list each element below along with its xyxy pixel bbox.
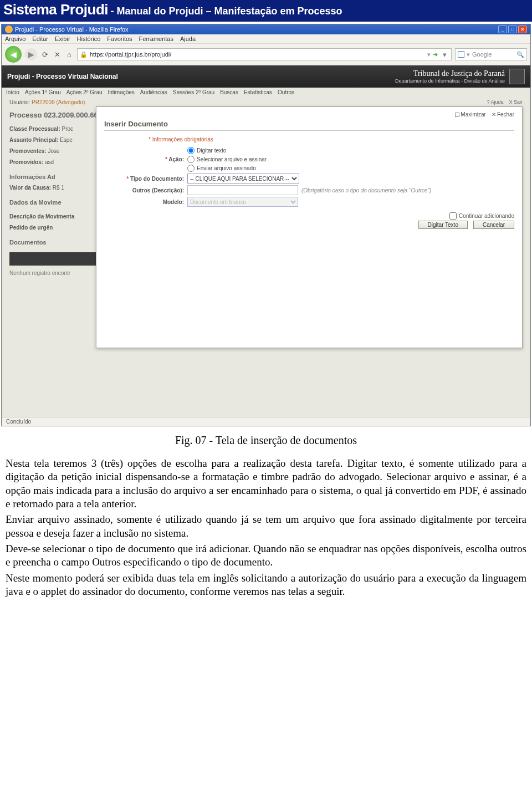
browser-search[interactable]: ▾ Google 🔍	[455, 48, 527, 60]
url-dropdown-icon[interactable]: ▾	[427, 51, 431, 58]
screenshot-container: Projudi - Processo Virtual - Mozilla Fir…	[1, 24, 531, 426]
classe-label: Classe Processual:	[9, 126, 60, 132]
menu-arquivo[interactable]: Arquivo	[5, 35, 25, 42]
search-go-icon[interactable]: 🔍	[516, 51, 524, 58]
modal-close-label: Fechar	[497, 111, 514, 118]
modal-maximize-label: Maximizar	[461, 111, 486, 118]
close-window-button[interactable]: ×	[518, 26, 527, 33]
doc-title-main: Sistema Projudi	[3, 1, 108, 18]
close-icon: ✕	[492, 111, 496, 118]
search-dd-icon[interactable]: ▾	[467, 51, 470, 58]
address-bar[interactable]: 🔒 https://portal.tjpr.jus.br/projudi/ ▾ …	[77, 48, 452, 60]
acao-radio-selecionar[interactable]	[187, 156, 195, 163]
nav-intimacoes[interactable]: Intimações	[108, 89, 135, 95]
app-org-block: Tribunal de Justiça do Paraná Departamen…	[395, 69, 525, 84]
acao-opt-selecionar-label: Selecionar arquivo e assinar	[197, 156, 267, 162]
menu-editar[interactable]: Editar	[32, 35, 48, 42]
cancelar-button[interactable]: Cancelar	[473, 221, 514, 229]
doc-title-sub: Manual do Projudi – Manifestação em Proc…	[116, 6, 342, 17]
acao-opt-digitar-label: Digitar texto	[197, 147, 226, 154]
forward-button[interactable]: ▶	[25, 48, 37, 60]
maximize-button[interactable]: □	[508, 26, 517, 33]
outros-note: (Obrigatório caso o tipo do documento se…	[301, 187, 431, 193]
body-text: Nesta tela teremos 3 (três) opções de es…	[0, 457, 532, 623]
acao-opt-selecionar[interactable]: Selecionar arquivo e assinar	[187, 156, 267, 163]
app-title: Projudi - Processo Virtual Nacional	[7, 73, 118, 80]
digitar-texto-button[interactable]: Digitar Texto	[418, 221, 468, 229]
menu-exibir[interactable]: Exibir	[55, 35, 70, 42]
url-extra-icon[interactable]: ▾	[440, 50, 449, 59]
google-icon	[458, 51, 464, 58]
outros-label: Outros (Descrição):	[132, 187, 184, 193]
modal-actions: Continuar adicionando	[104, 212, 514, 220]
firefox-titlebar: Projudi - Processo Virtual - Mozilla Fir…	[2, 24, 530, 34]
desc-mov-label: Descrição da Movimenta	[9, 213, 74, 220]
user-label: Usuário:	[9, 99, 30, 105]
acao-opt-enviar-label: Enviar arquivo assinado	[197, 165, 256, 171]
content-area: Processo 023.2009.000.666-1 Classe Proce…	[2, 106, 530, 417]
nav-acoes1[interactable]: Ações 1º Grau	[25, 89, 61, 95]
nav-acoes2[interactable]: Ações 2º Grau	[66, 89, 103, 95]
assunto-value: Espe	[60, 137, 73, 143]
outros-descricao-input[interactable]	[187, 185, 298, 195]
acao-radiogroup: Digitar texto Selecionar arquivo e assin…	[187, 147, 267, 172]
modelo-select: Documento em branco	[187, 197, 298, 207]
modal-close[interactable]: ✕Fechar	[492, 111, 514, 118]
exit-link[interactable]: X Sair	[509, 99, 523, 105]
promovidos-value: asd	[45, 159, 54, 165]
continuar-checkbox[interactable]	[449, 212, 457, 220]
insert-document-modal: Maximizar ✕Fechar Inserir Documento * In…	[96, 106, 523, 348]
reload-icon[interactable]: ⟳	[40, 50, 49, 59]
user-info-row: Usuário: PR22009 (Advogado) ? Ajuda X Sa…	[2, 97, 530, 106]
acao-radio-enviar[interactable]	[187, 165, 195, 172]
nav-audiencias[interactable]: Audiências	[140, 89, 167, 95]
app-header: Projudi - Processo Virtual Nacional Trib…	[2, 65, 530, 88]
menu-historico[interactable]: Histórico	[77, 35, 101, 42]
go-icon[interactable]: ➔	[433, 51, 438, 58]
doc-title-bar: Sistema Projudi - Manual do Projudi – Ma…	[0, 0, 532, 22]
body-p1: Nesta tela teremos 3 (três) opções de es…	[6, 457, 526, 511]
menu-ajuda[interactable]: Ajuda	[180, 35, 196, 42]
menu-ferramentas[interactable]: Ferramentas	[139, 35, 173, 42]
continuar-label: Continuar adicionando	[459, 213, 514, 219]
app-org-name: Tribunal de Justiça do Paraná	[395, 69, 505, 78]
firefox-icon	[5, 26, 13, 33]
classe-value: Proc	[62, 126, 74, 132]
modal-top-actions: Maximizar ✕Fechar	[104, 111, 514, 118]
nav-buscas[interactable]: Buscas	[220, 89, 238, 95]
app-org-dept: Departamento de Informática - Divisão de…	[395, 78, 505, 84]
modal-title: Inserir Documento	[104, 120, 514, 131]
url-text: https://portal.tjpr.jus.br/projudi/	[90, 51, 171, 58]
stop-icon[interactable]: ✕	[53, 50, 62, 59]
home-icon[interactable]: ⌂	[65, 50, 74, 59]
modal-buttons: Digitar Texto Cancelar	[104, 221, 514, 229]
promoventes-label: Promoventes:	[9, 148, 47, 154]
nav-sessoes[interactable]: Sessões 2º Grau	[173, 89, 214, 95]
nav-estatisticas[interactable]: Estatísticas	[244, 89, 272, 95]
user-value: PR22009 (Advogado)	[32, 99, 85, 105]
firefox-menubar: Arquivo Editar Exibir Histórico Favorito…	[2, 34, 530, 44]
acao-label: Ação:	[168, 156, 184, 162]
body-p4: Neste momento poderá ser exibida duas te…	[6, 572, 526, 599]
menu-favoritos[interactable]: Favoritos	[107, 35, 132, 42]
acao-opt-digitar[interactable]: Digitar texto	[187, 147, 267, 154]
required-note: * Informações obrigatórias	[149, 136, 514, 142]
acao-radio-digitar[interactable]	[187, 147, 195, 154]
browser-statusbar: Concluído	[2, 417, 530, 426]
nav-outros[interactable]: Outros	[278, 89, 294, 95]
body-p2: Enviar arquivo assinado, somente é utili…	[6, 513, 526, 540]
tipo-label: Tipo do Documento:	[130, 176, 184, 182]
continuar-checkbox-wrap[interactable]: Continuar adicionando	[449, 212, 514, 220]
help-link[interactable]: ? Ajuda	[487, 99, 503, 105]
valor-label: Valor da Causa:	[9, 185, 51, 191]
coat-of-arms-icon	[509, 69, 525, 84]
promoventes-value: Jose	[48, 148, 59, 154]
assunto-label: Assunto Principal:	[9, 137, 58, 143]
minimize-button[interactable]: _	[498, 26, 507, 33]
modal-maximize[interactable]: Maximizar	[455, 111, 486, 118]
nav-inicio[interactable]: Início	[6, 89, 19, 95]
back-button[interactable]: ◀	[5, 46, 22, 63]
app-nav: Início Ações 1º Grau Ações 2º Grau Intim…	[2, 88, 530, 97]
acao-opt-enviar[interactable]: Enviar arquivo assinado	[187, 165, 267, 172]
tipo-documento-select[interactable]: -- CLIQUE AQUI PARA SELECIONAR --	[187, 174, 299, 184]
